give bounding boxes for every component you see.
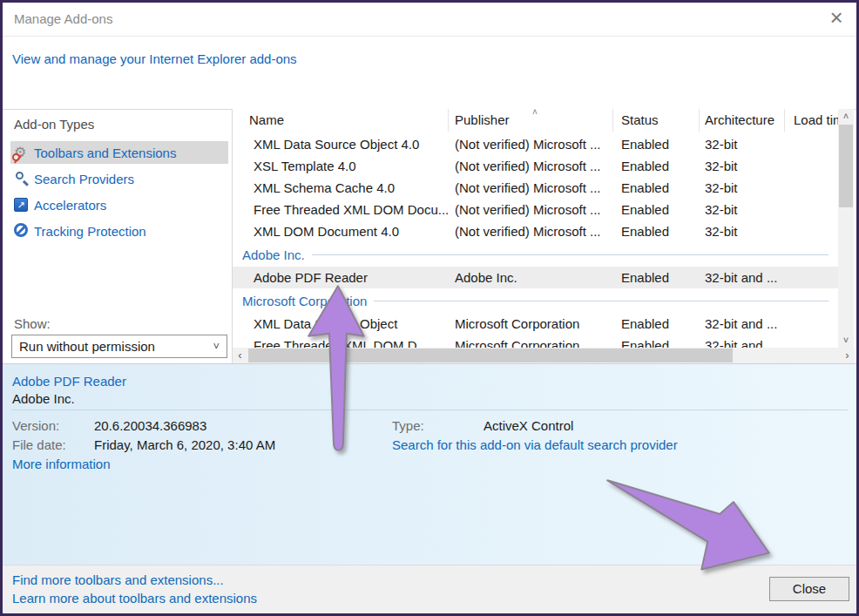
vertical-scrollbar-thumb[interactable] (839, 125, 853, 207)
addons-table: Name Publisher Status Architecture Load … (232, 109, 854, 363)
detail-addon-publisher: Adobe Inc. (12, 391, 75, 406)
table-row[interactable]: XML Data Source Object 4.0 (Not verified… (233, 133, 839, 155)
group-header-microsoft: Microsoft Corporation (233, 288, 839, 313)
gear-blocked-icon: ⚙ (14, 145, 31, 160)
sidebar-item-accelerators[interactable]: ↗ Accelerators (10, 193, 228, 216)
horizontal-scrollbar[interactable]: ‹ › (233, 348, 855, 363)
table-row[interactable]: Free Threaded XML DOM Docu... (Not verif… (233, 199, 839, 220)
sidebar-item-label: Accelerators (34, 198, 106, 213)
show-filter-dropdown[interactable]: Run without permission ˅ (11, 335, 227, 358)
group-header-adobe: Adobe Inc. (233, 242, 839, 267)
footer-bar: Find more toolbars and extensions... Lea… (3, 565, 856, 613)
show-filter-value: Run without permission (19, 339, 213, 354)
type-value: ActiveX Control (484, 418, 573, 433)
file-date-value: Friday, March 6, 2020, 3:40 AM (94, 437, 275, 452)
more-information-link[interactable]: More information (12, 457, 111, 471)
table-row[interactable]: XML Schema Cache 4.0 (Not verified) Micr… (233, 177, 839, 199)
learn-more-link[interactable]: Learn more about toolbars and extensions (12, 591, 257, 606)
sidebar-item-tracking-protection[interactable]: Tracking Protection (10, 220, 228, 242)
addon-types-list: ⚙ Toolbars and Extensions Search Provide… (10, 141, 228, 246)
table-row[interactable]: XSL Template 4.0 (Not verified) Microsof… (233, 155, 839, 177)
sidebar-item-label: Toolbars and Extensions (34, 146, 176, 160)
sidebar-item-label: Search Providers (34, 172, 134, 186)
column-header-publisher[interactable]: Publisher (449, 109, 613, 132)
version-label: Version: (12, 418, 59, 433)
horizontal-scrollbar-thumb[interactable] (248, 349, 733, 362)
column-header-architecture[interactable]: Architecture (700, 109, 785, 132)
close-button[interactable]: Close (769, 577, 849, 601)
table-rows: XML Data Source Object 4.0 (Not verified… (233, 132, 839, 348)
accelerator-icon: ↗ (14, 197, 31, 213)
close-icon[interactable]: × (823, 4, 849, 30)
vertical-scrollbar[interactable]: ˄ ˅ (838, 109, 854, 348)
file-date-label: File date: (12, 437, 66, 452)
chevron-down-icon: ˅ (213, 340, 220, 353)
scroll-down-icon[interactable]: ˅ (838, 333, 854, 348)
show-label: Show: (14, 316, 51, 331)
column-header-status[interactable]: Status (613, 109, 700, 132)
sidebar-item-toolbars-extensions[interactable]: ⚙ Toolbars and Extensions (10, 141, 228, 164)
column-header-name[interactable]: Name (233, 109, 449, 132)
table-row[interactable]: XML Data Source Object Microsoft Corpora… (233, 313, 839, 335)
detail-addon-name: Adobe PDF Reader (12, 374, 126, 389)
column-header-load-time[interactable]: Load time (785, 109, 839, 132)
find-more-link[interactable]: Find more toolbars and extensions... (12, 572, 224, 587)
search-icon (14, 171, 31, 186)
addon-types-heading: Add-on Types (14, 117, 94, 132)
sort-ascending-icon: ˄ (532, 107, 538, 117)
table-row[interactable]: Free Threaded XML DOM D... Microsoft Cor… (233, 335, 839, 348)
sidebar-item-search-providers[interactable]: Search Providers (10, 167, 228, 190)
manage-addons-dialog: Manage Add-ons × View and manage your In… (0, 0, 859, 616)
title-divider (3, 36, 856, 37)
dialog-subtitle: View and manage your Internet Explorer a… (12, 51, 297, 66)
addon-types-panel: Add-on Types ⚙ Toolbars and Extensions S… (3, 110, 230, 363)
scroll-left-icon[interactable]: ‹ (233, 348, 247, 363)
scroll-up-icon[interactable]: ˄ (838, 109, 854, 124)
details-divider (11, 410, 848, 410)
window-title: Manage Add-ons (14, 11, 112, 26)
search-addon-link[interactable]: Search for this add-on via default searc… (392, 437, 678, 452)
blocked-icon (14, 223, 31, 239)
type-label: Type: (392, 418, 424, 433)
table-row-adobe-pdf-reader[interactable]: Adobe PDF Reader Adobe Inc. Enabled 32-b… (233, 267, 839, 288)
version-value: 20.6.20034.366983 (94, 418, 206, 433)
scroll-right-icon[interactable]: › (840, 348, 855, 363)
sidebar-item-label: Tracking Protection (34, 224, 146, 239)
table-row[interactable]: XML DOM Document 4.0 (Not verified) Micr… (233, 220, 839, 242)
addon-details-pane: Adobe PDF Reader Adobe Inc. Version: 20.… (3, 363, 856, 565)
